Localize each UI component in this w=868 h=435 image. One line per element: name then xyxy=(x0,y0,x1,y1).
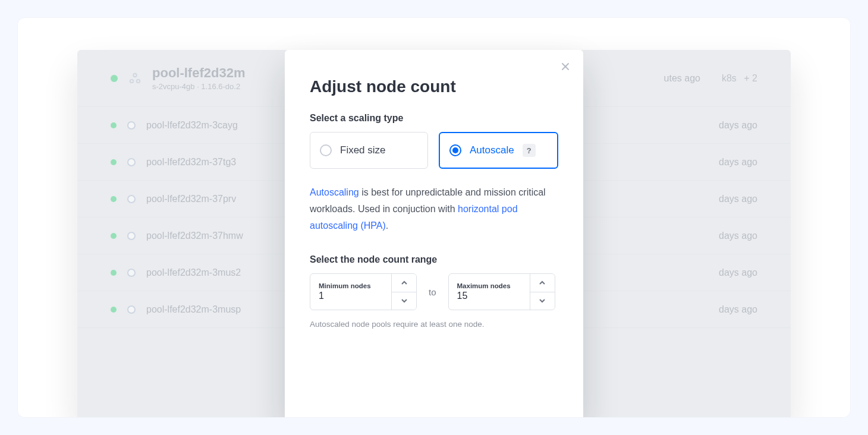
autoscale-label: Autoscale xyxy=(470,144,514,156)
scaling-type-label: Select a scaling type xyxy=(310,113,558,124)
min-nodes-value: 1 xyxy=(319,291,383,301)
help-icon[interactable]: ? xyxy=(523,144,536,157)
modal-title: Adjust node count xyxy=(310,77,558,96)
max-nodes-label: Maximum nodes xyxy=(457,282,521,289)
maximum-nodes-stepper[interactable]: Maximum nodes 15 xyxy=(448,273,555,310)
autoscale-option[interactable]: Autoscale ? xyxy=(439,132,558,169)
node-name: pool-lfef2d32m-37tg3 xyxy=(146,157,236,168)
autoscale-description: Autoscaling is best for unpredictable an… xyxy=(310,184,558,234)
max-nodes-value: 15 xyxy=(457,291,521,301)
autoscaling-link[interactable]: Autoscaling xyxy=(310,187,359,197)
adjust-node-count-modal: Adjust node count Select a scaling type … xyxy=(285,50,583,417)
node-name: pool-lfef2d32m-3mus2 xyxy=(146,267,241,278)
pool-name: pool-lfef2d32m xyxy=(152,65,245,81)
node-age: days ago xyxy=(719,267,757,278)
node-age: days ago xyxy=(719,157,757,168)
node-name: pool-lfef2d32m-37prv xyxy=(146,194,236,204)
max-nodes-decrement[interactable] xyxy=(530,292,555,310)
node-name: pool-lfef2d32m-37hmw xyxy=(146,231,243,241)
svg-point-2 xyxy=(137,79,140,83)
node-icon xyxy=(127,121,136,130)
range-separator: to xyxy=(429,287,436,297)
status-dot-icon xyxy=(111,233,117,239)
status-dot-icon xyxy=(111,270,117,276)
node-age: days ago xyxy=(719,120,757,131)
node-icon xyxy=(127,269,136,277)
min-nodes-increment[interactable] xyxy=(392,274,416,292)
status-dot-icon xyxy=(111,196,117,202)
status-dot-icon xyxy=(111,307,117,313)
node-age: days ago xyxy=(719,304,757,315)
node-count-range-label: Select the node count range xyxy=(310,254,558,265)
scaling-type-group: Fixed size Autoscale ? xyxy=(310,132,558,169)
svg-point-0 xyxy=(133,73,137,77)
pool-age: utes ago xyxy=(664,73,700,84)
node-icon xyxy=(127,158,136,166)
min-nodes-decrement[interactable] xyxy=(392,292,416,310)
max-nodes-increment[interactable] xyxy=(530,274,555,292)
status-dot-icon xyxy=(111,159,117,165)
node-icon xyxy=(127,305,136,314)
minimum-nodes-stepper[interactable]: Minimum nodes 1 xyxy=(310,273,417,310)
node-age: days ago xyxy=(719,194,757,204)
status-dot-icon xyxy=(111,75,118,82)
node-icon xyxy=(127,232,136,240)
node-name: pool-lfef2d32m-3musp xyxy=(146,304,241,315)
min-nodes-label: Minimum nodes xyxy=(319,282,383,289)
fixed-size-option[interactable]: Fixed size xyxy=(310,132,428,169)
radio-icon xyxy=(449,144,461,156)
status-dot-icon xyxy=(111,122,117,128)
pool-icon xyxy=(128,72,141,85)
svg-point-1 xyxy=(130,79,134,83)
close-icon[interactable] xyxy=(559,61,571,72)
pool-tags: k8s + 2 xyxy=(722,73,757,84)
node-age: days ago xyxy=(719,231,757,241)
fixed-size-label: Fixed size xyxy=(340,144,386,156)
pool-spec: s-2vcpu-4gb · 1.16.6-do.2 xyxy=(152,82,245,91)
node-icon xyxy=(127,195,136,203)
node-range-hint: Autoscaled node pools require at least o… xyxy=(310,320,558,329)
radio-icon xyxy=(320,144,332,156)
node-name: pool-lfef2d32m-3cayg xyxy=(146,120,238,131)
